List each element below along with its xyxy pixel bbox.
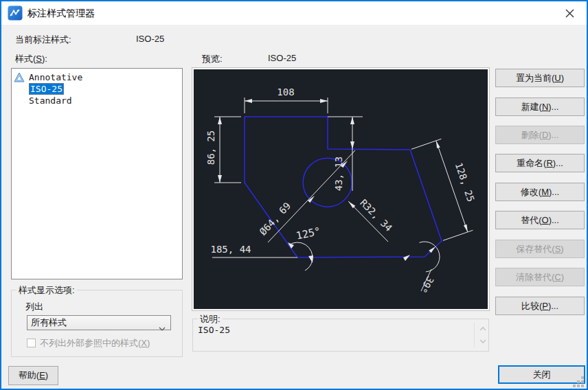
description-legend: 说明: <box>198 313 223 325</box>
dim-linear-185-44: 185, 44 <box>210 244 251 255</box>
hide-xref-checkbox-row: 不列出外部参照中的样式(X) <box>27 337 150 349</box>
preview-pane: 108 86, 25 43, 13 128, 25 Ø64, 69 R32, 3… <box>192 68 489 310</box>
help-button[interactable]: 帮助(E) <box>8 366 58 385</box>
clear-override-button: 清除替代(C) <box>495 268 585 286</box>
compare-button[interactable]: 比较(P)... <box>495 297 585 315</box>
style-list[interactable]: Annotative ISO-25 Standard <box>11 68 183 279</box>
app-icon <box>8 5 23 21</box>
set-current-button[interactable]: 置为当前(U) <box>495 69 585 87</box>
hide-xref-checkbox <box>27 339 36 347</box>
delete-button: 删除(D)... <box>495 126 585 144</box>
modify-button[interactable]: 修改(M)... <box>495 183 585 201</box>
list-item-iso25-selected[interactable]: ISO-25 <box>12 83 182 95</box>
styles-label: 样式(S): <box>15 53 47 65</box>
dim-horizontal-108: 108 <box>277 87 294 98</box>
list-item-annotative[interactable]: Annotative <box>12 71 182 83</box>
dim-vertical-43-13: 43, 13 <box>333 157 344 192</box>
dimension-lines <box>212 98 473 291</box>
preview-style-value: ISO-25 <box>268 53 296 63</box>
annotative-icon <box>14 72 25 82</box>
dim-angle-125: 125° <box>295 225 321 242</box>
resize-grip[interactable] <box>573 375 585 387</box>
override-button[interactable]: 替代(O)... <box>495 211 585 229</box>
dimension-style-manager-dialog: 标注样式管理器 当前标注样式: ISO-25 样式(S): 预览: ISO-25… <box>0 0 588 390</box>
scroll-down-icon <box>480 340 486 343</box>
preview-label: 预览: <box>202 53 223 65</box>
display-options-legend: 样式显示选项: <box>16 284 77 297</box>
style-filter-dropdown[interactable]: 所有样式 <box>27 315 171 330</box>
close-dialog-button[interactable]: 关闭 <box>498 365 585 384</box>
description-scroll[interactable] <box>478 323 489 348</box>
description-text: ISO-25 <box>198 325 230 335</box>
dim-vertical-86-25: 86, 25 <box>205 130 216 165</box>
rename-button[interactable]: 重命名(R)... <box>495 154 585 172</box>
close-icon[interactable] <box>558 3 581 23</box>
current-style-label: 当前标注样式: <box>15 34 71 46</box>
new-button[interactable]: 新建(N)... <box>495 98 585 116</box>
description-group: 说明: <box>192 319 489 352</box>
scroll-up-icon <box>480 328 486 330</box>
list-item-standard[interactable]: Standard <box>12 95 182 106</box>
chevron-down-icon <box>159 321 166 335</box>
description-separator <box>474 323 475 347</box>
dim-radius-32-34: R32, 34 <box>358 197 394 233</box>
dim-angle-39: 39° <box>418 275 436 295</box>
list-filter-label: 列出 <box>25 301 43 313</box>
dim-diameter-64-69: Ø64, 69 <box>257 200 293 238</box>
current-style-value: ISO-25 <box>136 34 164 44</box>
titlebar[interactable]: 标注样式管理器 <box>1 1 587 25</box>
window-title: 标注样式管理器 <box>27 8 95 20</box>
save-override-button: 保存替代(S) <box>495 240 585 258</box>
dim-aligned-128-25: 128, 25 <box>453 161 477 203</box>
